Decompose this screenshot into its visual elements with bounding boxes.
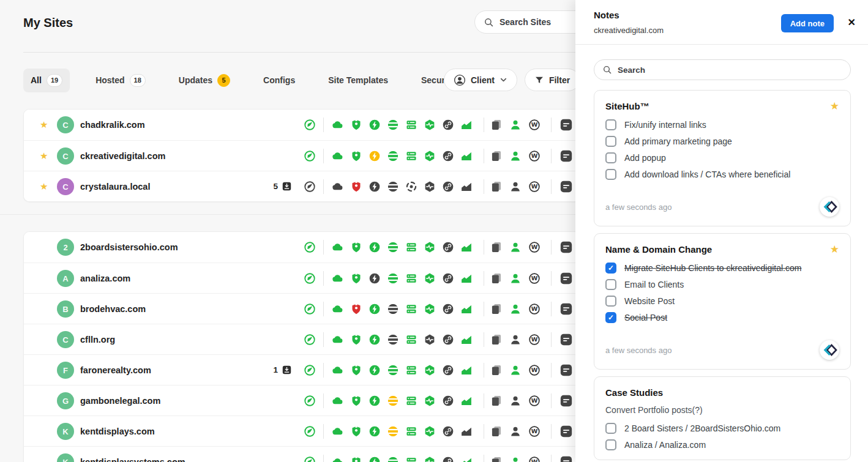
sitehub-logo-icon[interactable] (304, 333, 316, 346)
cloud-icon[interactable] (332, 333, 344, 346)
tab-site-templates[interactable]: Site Templates (321, 70, 395, 91)
site-avatar[interactable]: C (57, 147, 74, 165)
wordpress-icon[interactable]: W (528, 425, 541, 438)
stripes-icon[interactable] (387, 303, 399, 315)
chart-icon[interactable] (460, 119, 473, 131)
server-icon[interactable] (405, 425, 417, 438)
wordpress-icon[interactable]: W (528, 181, 541, 193)
author-avatar[interactable] (820, 197, 839, 217)
link-icon[interactable] (442, 150, 454, 162)
pulse-icon[interactable] (424, 364, 436, 376)
chart-icon[interactable] (460, 241, 473, 253)
sitehub-logo-icon[interactable] (304, 395, 316, 407)
pages-icon[interactable] (490, 395, 503, 407)
sitehub-logo-icon[interactable] (304, 364, 316, 376)
shield-icon[interactable] (350, 364, 362, 376)
pulse-icon[interactable] (424, 395, 436, 407)
stripes-icon[interactable] (387, 119, 399, 131)
cloud-icon[interactable] (332, 150, 344, 162)
favorite-star-icon[interactable]: ★ (40, 171, 48, 202)
person-icon[interactable] (509, 303, 522, 315)
chart-icon[interactable] (460, 364, 473, 376)
pages-icon[interactable] (490, 333, 503, 346)
bolt-icon[interactable] (369, 395, 381, 407)
wordpress-icon[interactable]: W (528, 303, 541, 315)
sitehub-logo-icon[interactable] (304, 119, 316, 131)
link-icon[interactable] (442, 303, 454, 315)
site-name-link[interactable]: chadkralik.com (80, 110, 145, 140)
chart-icon[interactable] (460, 272, 473, 285)
wordpress-icon[interactable]: W (528, 272, 541, 285)
checkbox[interactable]: ✓ (605, 312, 616, 323)
bolt-icon[interactable] (369, 181, 381, 193)
person-icon[interactable] (509, 272, 522, 285)
cloud-icon[interactable] (332, 181, 344, 193)
stripes-icon[interactable] (387, 395, 399, 407)
wordpress-icon[interactable]: W (528, 119, 541, 131)
checkbox[interactable] (605, 169, 616, 180)
pulse-icon[interactable] (424, 425, 436, 438)
stripes-icon[interactable] (387, 241, 399, 253)
filter-button[interactable]: Filter (525, 69, 580, 91)
note-button[interactable] (559, 394, 573, 408)
site-name-link[interactable]: brodehvac.com (80, 294, 146, 324)
shield-icon[interactable] (350, 241, 362, 253)
tab-all[interactable]: All19 (23, 69, 70, 92)
bolt-icon[interactable] (369, 456, 381, 462)
site-name-link[interactable]: cflln.org (80, 324, 115, 355)
site-name-link[interactable]: 2boardsistersohio.com (80, 232, 178, 263)
sitehub-logo-icon[interactable] (304, 272, 316, 285)
pulse-icon[interactable] (424, 303, 436, 315)
close-icon[interactable]: ✕ (848, 17, 856, 28)
note-button[interactable] (559, 333, 573, 346)
sitehub-logo-icon[interactable] (304, 425, 316, 438)
cloud-icon[interactable] (332, 119, 344, 131)
shield-icon[interactable] (350, 456, 362, 462)
site-avatar[interactable]: F (57, 362, 74, 379)
bolt-icon[interactable] (369, 364, 381, 376)
server-icon[interactable] (405, 303, 417, 315)
bolt-icon[interactable] (369, 272, 381, 285)
sitehub-logo-icon[interactable] (304, 456, 316, 462)
server-icon[interactable] (405, 395, 417, 407)
cloud-icon[interactable] (332, 241, 344, 253)
site-name-link[interactable]: faronerealty.com (80, 355, 151, 386)
client-filter-button[interactable]: Client (444, 69, 517, 91)
site-name-link[interactable]: kentdisplays.com (80, 416, 155, 447)
site-avatar[interactable]: C (57, 116, 74, 133)
site-avatar[interactable]: B (57, 300, 74, 318)
stripes-icon[interactable] (387, 150, 399, 162)
shield-icon[interactable] (350, 303, 362, 315)
favorite-star-icon[interactable]: ★ (40, 110, 48, 140)
checkbox[interactable] (605, 119, 616, 130)
site-name-link[interactable]: crystalaura.local (80, 171, 150, 202)
author-avatar[interactable] (820, 340, 839, 360)
site-avatar[interactable]: C (57, 178, 74, 195)
server-icon[interactable] (405, 456, 417, 462)
chart-icon[interactable] (460, 333, 473, 346)
pages-icon[interactable] (490, 303, 503, 315)
wordpress-icon[interactable]: W (528, 364, 541, 376)
star-icon[interactable]: ★ (830, 101, 839, 111)
cloud-icon[interactable] (332, 364, 344, 376)
person-icon[interactable] (509, 456, 522, 462)
pulse-icon[interactable] (424, 333, 436, 346)
chart-icon[interactable] (460, 395, 473, 407)
bolt-icon[interactable] (369, 303, 381, 315)
tab-configs[interactable]: Configs (256, 70, 302, 91)
shield-icon[interactable] (350, 425, 362, 438)
shield-icon[interactable] (350, 395, 362, 407)
checkbox[interactable] (605, 279, 616, 290)
server-icon[interactable] (405, 150, 417, 162)
pages-icon[interactable] (490, 241, 503, 253)
note-button[interactable] (559, 272, 573, 285)
chart-icon[interactable] (460, 150, 473, 162)
note-button[interactable] (559, 302, 573, 316)
stripes-icon[interactable] (387, 181, 399, 193)
pages-icon[interactable] (490, 181, 503, 193)
cloud-icon[interactable] (332, 272, 344, 285)
bolt-icon[interactable] (369, 119, 381, 131)
server-icon[interactable] (405, 119, 417, 131)
link-icon[interactable] (442, 119, 454, 131)
person-icon[interactable] (509, 150, 522, 162)
